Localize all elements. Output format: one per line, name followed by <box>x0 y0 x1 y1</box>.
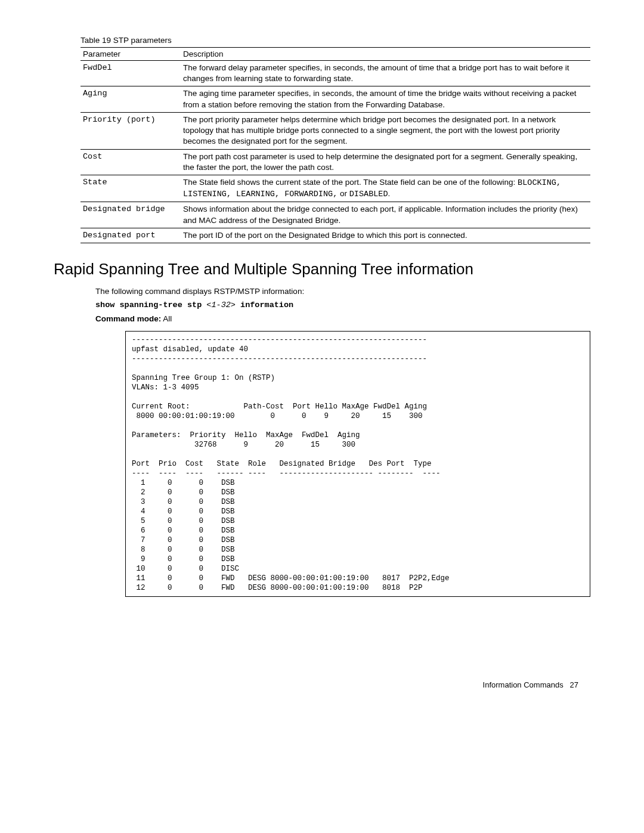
section-heading: Rapid Spanning Tree and Multiple Spannin… <box>54 260 590 278</box>
command-arg: <1-32> <box>206 301 236 309</box>
command-mode-value: All <box>161 314 172 323</box>
param-name: Priority (port) <box>80 112 181 149</box>
param-desc: The State field shows the current state … <box>181 175 590 202</box>
param-desc: The port priority parameter helps determ… <box>181 112 590 149</box>
desc-text: The State field shows the current state … <box>183 178 518 187</box>
param-desc: The port ID of the port on the Designate… <box>181 228 590 243</box>
command-mode: Command mode: All <box>95 314 590 323</box>
param-desc: The forward delay parameter specifies, i… <box>181 61 590 86</box>
param-name: Designated bridge <box>80 202 181 228</box>
col-description: Description <box>181 48 590 61</box>
desc-text: or <box>338 189 349 198</box>
table-row: Priority (port) The port priority parame… <box>80 112 590 149</box>
table-row: State The State field shows the current … <box>80 175 590 202</box>
footer-label: Information Commands <box>483 680 564 689</box>
stp-parameters-table: Parameter Description FwdDel The forward… <box>80 47 590 243</box>
param-desc: The port path cost parameter is used to … <box>181 149 590 175</box>
table-row: FwdDel The forward delay parameter speci… <box>80 61 590 86</box>
command-line: show spanning-tree stp <1-32> informatio… <box>95 301 590 309</box>
command-mode-label: Command mode: <box>95 314 161 323</box>
section-intro: The following command displays RSTP/MSTP… <box>95 287 590 296</box>
table-row: Designated bridge Shows information abou… <box>80 202 590 228</box>
col-parameter: Parameter <box>80 48 181 61</box>
table-caption: Table 19 STP parameters <box>80 36 590 45</box>
table-row: Designated port The port ID of the port … <box>80 228 590 243</box>
table-row: Cost The port path cost parameter is use… <box>80 149 590 175</box>
param-name: State <box>80 175 181 202</box>
cli-output: ----------------------------------------… <box>125 331 590 597</box>
footer-page: 27 <box>570 680 578 689</box>
desc-mono: DISABLED <box>349 190 388 199</box>
param-name: Aging <box>80 86 181 112</box>
param-name: FwdDel <box>80 61 181 86</box>
param-name: Cost <box>80 149 181 175</box>
page-footer: Information Commands 27 <box>54 680 590 689</box>
param-desc: The aging time parameter specifies, in s… <box>181 86 590 112</box>
table-row: Aging The aging time parameter specifies… <box>80 86 590 112</box>
param-name: Designated port <box>80 228 181 243</box>
desc-text: . <box>388 189 391 198</box>
command-text: show spanning-tree stp <box>95 301 206 309</box>
command-text: information <box>236 301 293 309</box>
param-desc: Shows information about the bridge conne… <box>181 202 590 228</box>
